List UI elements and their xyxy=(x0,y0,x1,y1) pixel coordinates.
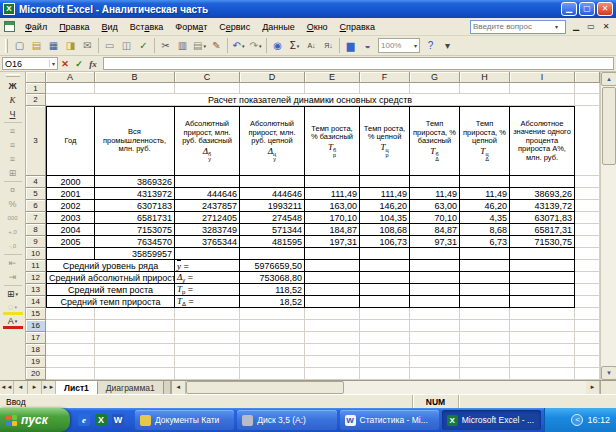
cell-E16[interactable] xyxy=(305,320,360,332)
cell-G16[interactable] xyxy=(410,320,460,332)
cell-H1[interactable] xyxy=(460,83,510,94)
vertical-scroll-thumb[interactable] xyxy=(602,87,616,165)
next-sheet-button[interactable]: ► xyxy=(28,381,42,394)
word-icon[interactable]: W xyxy=(112,414,124,426)
cell-C3[interactable]: Абсолютный прирост, млн. руб. базисныйΔб… xyxy=(175,106,240,176)
cell-D16[interactable] xyxy=(240,320,305,332)
cell-C17[interactable] xyxy=(175,332,240,344)
cell-I11[interactable] xyxy=(510,260,575,272)
cell-B9[interactable]: 7634570 xyxy=(95,236,175,248)
row-header-4[interactable]: 4 xyxy=(26,176,46,188)
task-button[interactable]: WСтатистика - Mi... xyxy=(340,410,439,430)
cell-G17[interactable] xyxy=(410,332,460,344)
cell-E15[interactable] xyxy=(305,308,360,320)
close-button[interactable]: ✕ xyxy=(597,2,613,16)
cell-H17[interactable] xyxy=(460,332,510,344)
cell-F4[interactable] xyxy=(360,176,410,188)
scroll-down-icon[interactable]: ▼ xyxy=(601,366,616,380)
decrease-indent-button[interactable]: ⇤ xyxy=(3,256,23,270)
cell-A9[interactable]: 2005 xyxy=(46,236,95,248)
cell-I6[interactable]: 43139,72 xyxy=(510,200,575,212)
currency-button[interactable]: ¤ xyxy=(3,183,23,197)
cell-I17[interactable] xyxy=(510,332,575,344)
cell-B1[interactable] xyxy=(95,83,175,94)
cell-E17[interactable] xyxy=(305,332,360,344)
cell-H4[interactable] xyxy=(460,176,510,188)
cell-F15[interactable] xyxy=(360,308,410,320)
column-header-A[interactable]: A xyxy=(46,72,95,83)
column-header-H[interactable]: H xyxy=(460,72,510,83)
cell-I9[interactable]: 71530,75 xyxy=(510,236,575,248)
cell-C9[interactable]: 3765344 xyxy=(175,236,240,248)
menu-6[interactable]: Сервис xyxy=(213,20,256,34)
cell-H8[interactable]: 8,68 xyxy=(460,224,510,236)
italic-button[interactable]: К xyxy=(3,93,23,107)
cell-H12[interactable] xyxy=(460,272,510,284)
drawing-button[interactable]: ◒ xyxy=(359,37,376,54)
cell-I14[interactable] xyxy=(510,296,575,308)
help-button[interactable]: ? xyxy=(422,37,439,54)
cell-A17[interactable] xyxy=(46,332,95,344)
print-button[interactable]: ▭ xyxy=(101,37,118,54)
row-header-11[interactable]: 11 xyxy=(26,260,46,272)
cell-B19[interactable] xyxy=(95,356,175,368)
prev-sheet-button[interactable]: ◄ xyxy=(14,381,28,394)
cell-D12[interactable]: 753068,80 xyxy=(240,272,305,284)
cell-G10[interactable] xyxy=(410,248,460,260)
cell-C4[interactable] xyxy=(175,176,240,188)
row-header-3[interactable]: 3 xyxy=(26,106,46,176)
column-header-E[interactable]: E xyxy=(305,72,360,83)
cell-C20[interactable] xyxy=(175,368,240,380)
cell-H3[interactable]: Темп прироста, % цепнойТцΔ xyxy=(460,106,510,176)
cell-A8[interactable]: 2004 xyxy=(46,224,95,236)
cell-G4[interactable] xyxy=(410,176,460,188)
vertical-scrollbar[interactable]: ▲ ▼ xyxy=(600,72,616,380)
cell-A7[interactable]: 2003 xyxy=(46,212,95,224)
cell-E3[interactable]: Темп роста, % базисныйТбр xyxy=(305,106,360,176)
scroll-left-icon[interactable]: ◄ xyxy=(172,381,186,394)
format-painter-button[interactable]: ✎ xyxy=(208,37,225,54)
paste-button[interactable]: ▤▾ xyxy=(191,37,208,54)
bold-button[interactable]: Ж xyxy=(3,79,23,93)
cell-B18[interactable] xyxy=(95,344,175,356)
row-header-13[interactable]: 13 xyxy=(26,284,46,296)
cell-F18[interactable] xyxy=(360,344,410,356)
row-header-5[interactable]: 5 xyxy=(26,188,46,200)
cell-G5[interactable]: 11,49 xyxy=(410,188,460,200)
cell-F8[interactable]: 108,68 xyxy=(360,224,410,236)
column-header-B[interactable]: B xyxy=(95,72,175,83)
cell-B6[interactable]: 6307183 xyxy=(95,200,175,212)
cell-I7[interactable]: 63071,83 xyxy=(510,212,575,224)
cell-D14[interactable]: 18,52 xyxy=(240,296,305,308)
cell-C13[interactable]: Тр = xyxy=(175,284,240,296)
cell-F10[interactable] xyxy=(360,248,410,260)
row-header-18[interactable]: 18 xyxy=(26,344,46,356)
cell-B4[interactable]: 3869326 xyxy=(95,176,175,188)
insert-function-button[interactable]: fx xyxy=(86,59,100,69)
cell-G9[interactable]: 97,31 xyxy=(410,236,460,248)
sheet-tab-Диаграмма1[interactable]: Диаграмма1 xyxy=(98,381,164,394)
cell-F7[interactable]: 104,35 xyxy=(360,212,410,224)
select-all-corner[interactable] xyxy=(26,72,46,83)
cell-B7[interactable]: 6581731 xyxy=(95,212,175,224)
cell-I12[interactable] xyxy=(510,272,575,284)
cell-G19[interactable] xyxy=(410,356,460,368)
minimize-button[interactable]: ▁ xyxy=(561,2,577,16)
cell-G8[interactable]: 84,87 xyxy=(410,224,460,236)
cell-E18[interactable] xyxy=(305,344,360,356)
cell-D13[interactable]: 118,52 xyxy=(240,284,305,296)
cell-E7[interactable]: 170,10 xyxy=(305,212,360,224)
row-header-1[interactable]: 1 xyxy=(26,83,46,94)
zoom-combo[interactable]: 100%▾ xyxy=(378,38,420,53)
cell-E9[interactable]: 197,31 xyxy=(305,236,360,248)
menu-3[interactable]: Вид xyxy=(96,20,124,34)
cell-C5[interactable]: 444646 xyxy=(175,188,240,200)
cell-J2[interactable] xyxy=(575,94,600,106)
cell-G14[interactable] xyxy=(410,296,460,308)
print-preview-button[interactable]: ◫ xyxy=(118,37,135,54)
cell-H5[interactable]: 11,49 xyxy=(460,188,510,200)
sort-desc-button[interactable]: Я↓ xyxy=(320,37,337,54)
cell-J20[interactable] xyxy=(575,368,600,380)
align-center-button[interactable]: ≡ xyxy=(3,138,23,152)
scroll-up-icon[interactable]: ▲ xyxy=(601,72,616,86)
